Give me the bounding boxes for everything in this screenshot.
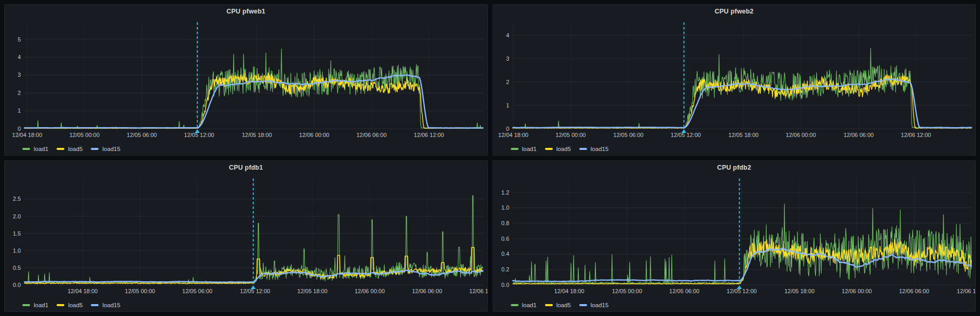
legend-label: load1 [522,302,537,308]
timeseries-chart-pfweb2[interactable]: 0123412/04 18:0012/05 00:0012/05 06:0012… [493,18,976,142]
panel-cpu-pfdb1: CPU pfdb1 0.00.51.01.52.02.512/04 18:001… [4,160,488,312]
annotation-marker-icon[interactable] [681,129,686,133]
panel-title-cpu-pfdb1[interactable]: CPU pfdb1 [5,161,487,174]
y-axis-tick-label: 0 [18,126,21,132]
legend-item-load1[interactable]: load1 [22,302,48,308]
load5-swatch [545,148,553,150]
legend-label: load5 [556,146,571,152]
legend-label: load15 [102,146,120,152]
x-axis-tick-label: 12/06 06:00 [899,288,929,294]
x-axis-tick-label: 12/05 00:00 [70,132,100,138]
x-axis-tick-label: 12/05 06:00 [127,132,157,138]
annotation-marker-icon[interactable] [195,129,200,133]
legend-label: load5 [556,302,571,308]
legend-item-load15[interactable]: load15 [91,302,120,308]
y-axis-tick-label: 3 [506,56,509,62]
y-axis-tick-label: 1.0 [501,204,509,211]
legend-item-load5[interactable]: load5 [57,302,83,308]
legend-item-load15[interactable]: load15 [91,146,120,152]
series-load1 [513,204,971,284]
x-axis-tick-label: 12/06 00:00 [355,288,385,294]
x-axis-tick-label: 12/05 18:00 [242,132,272,138]
panel-title-cpu-pfweb2[interactable]: CPU pfweb2 [493,5,976,18]
legend-item-load5[interactable]: load5 [545,146,571,152]
y-axis-tick-label: 0.4 [501,251,509,257]
legend-pfdb2: load1 load5 load15 [493,298,976,311]
legend-item-load5[interactable]: load5 [57,146,83,152]
y-axis-tick-label: 2 [506,79,509,85]
y-axis-tick-label: 4 [506,32,509,38]
timeseries-chart-pfdb2[interactable]: 0.00.20.40.60.81.01.212/04 18:0012/05 00… [493,174,976,298]
series-load15 [513,79,971,128]
x-axis-tick-label: 12/06 12:00 [469,288,487,294]
y-axis-tick-label: 1.2 [501,189,509,196]
series-load1 [513,48,971,128]
legend-label: load15 [102,302,120,308]
x-axis-tick-label: 12/05 06:00 [182,288,212,294]
y-axis-tick-label: 0.0 [13,282,21,288]
y-axis-tick-label: 0.6 [501,236,509,242]
x-axis-tick-label: 12/06 12:00 [414,132,444,138]
y-axis-tick-label: 2 [18,90,21,96]
load15-swatch [91,304,99,306]
load1-swatch [511,148,519,150]
y-axis-tick-label: 0 [506,126,509,132]
x-axis-tick-label: 12/05 06:00 [669,288,699,294]
y-axis-tick-label: 2.0 [13,213,21,219]
x-axis-tick-label: 12/04 18:00 [554,288,584,294]
y-axis-tick-label: 0.8 [501,220,509,226]
x-axis-tick-label: 12/06 00:00 [841,288,872,294]
x-axis-tick-label: 12/05 18:00 [297,288,328,294]
legend-label: load15 [591,302,609,308]
legend-item-load15[interactable]: load15 [579,146,609,152]
y-axis-tick-label: 2.5 [13,196,21,202]
legend-label: load15 [591,146,609,152]
legend-item-load15[interactable]: load15 [579,302,609,308]
panel-title-cpu-pfweb1[interactable]: CPU pfweb1 [5,5,487,18]
load1-swatch [22,304,30,306]
x-axis-tick-label: 12/06 06:00 [412,288,442,294]
y-axis-tick-label: 4 [18,54,21,60]
timeseries-chart-pfdb1[interactable]: 0.00.51.01.52.02.512/04 18:0012/05 00:00… [5,174,487,298]
series-load5 [513,75,971,128]
x-axis-tick-label: 12/04 18:00 [12,132,42,138]
timeseries-chart-pfweb1[interactable]: 01234512/04 18:0012/05 00:0012/05 06:001… [5,18,487,142]
x-axis-tick-label: 12/05 00:00 [611,288,642,294]
x-axis-tick-label: 12/05 18:00 [784,288,814,294]
legend-label: load5 [68,302,83,308]
legend-label: load1 [34,302,48,308]
annotation-marker-icon[interactable] [251,285,256,289]
load5-swatch [57,304,64,306]
load5-swatch [57,148,64,150]
panel-title-cpu-pfdb2[interactable]: CPU pfdb2 [493,161,976,174]
y-axis-tick-label: 0.2 [501,266,509,272]
x-axis-tick-label: 12/06 00:00 [299,132,329,138]
legend-label: load1 [522,146,537,152]
load1-swatch [511,304,519,306]
x-axis-tick-label: 12/06 12:00 [957,288,975,294]
grafana-dashboard: CPU pfweb1 01234512/04 18:0012/05 00:001… [0,0,980,316]
x-axis-tick-label: 12/05 06:00 [613,132,643,138]
annotation-marker-icon[interactable] [737,285,742,289]
y-axis-tick-label: 0.5 [13,265,21,271]
x-axis-tick-label: 12/05 18:00 [728,132,758,138]
y-axis-tick-label: 0.0 [501,282,509,288]
panel-cpu-pfweb2: CPU pfweb2 0123412/04 18:0012/05 00:0012… [493,4,976,156]
legend-item-load1[interactable]: load1 [511,146,537,152]
panel-cpu-pfdb2: CPU pfdb2 0.00.20.40.60.81.01.212/04 18:… [493,160,976,312]
legend-item-load5[interactable]: load5 [545,302,571,308]
legend-item-load1[interactable]: load1 [511,302,537,308]
load15-swatch [91,148,99,150]
panel-cpu-pfweb1: CPU pfweb1 01234512/04 18:0012/05 00:001… [4,4,488,156]
y-axis-tick-label: 1 [506,102,509,108]
x-axis-tick-label: 12/04 18:00 [67,288,98,294]
y-axis-tick-label: 3 [18,72,21,78]
legend-pfweb1: load1 load5 load15 [5,142,487,155]
legend-item-load1[interactable]: load1 [22,146,48,152]
y-axis-tick-label: 1.0 [13,248,21,254]
load5-swatch [545,304,553,306]
legend-label: load1 [34,146,48,152]
load15-swatch [579,148,587,150]
x-axis-tick-label: 12/06 00:00 [785,132,815,138]
x-axis-tick-label: 12/05 00:00 [125,288,155,294]
